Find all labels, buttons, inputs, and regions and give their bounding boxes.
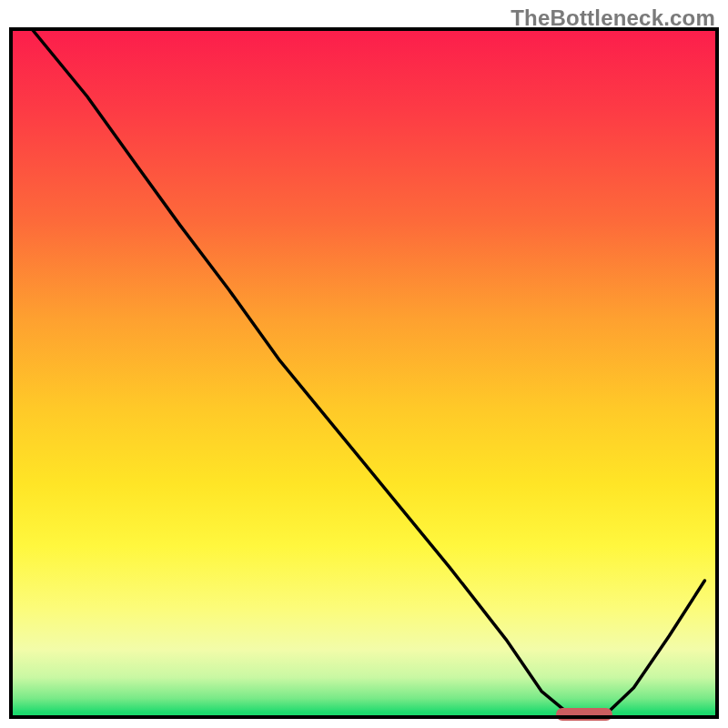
chart-container: TheBottleneck.com [0,0,728,728]
optimum-marker [556,708,612,721]
plot [9,27,719,719]
line-curve [9,27,719,719]
